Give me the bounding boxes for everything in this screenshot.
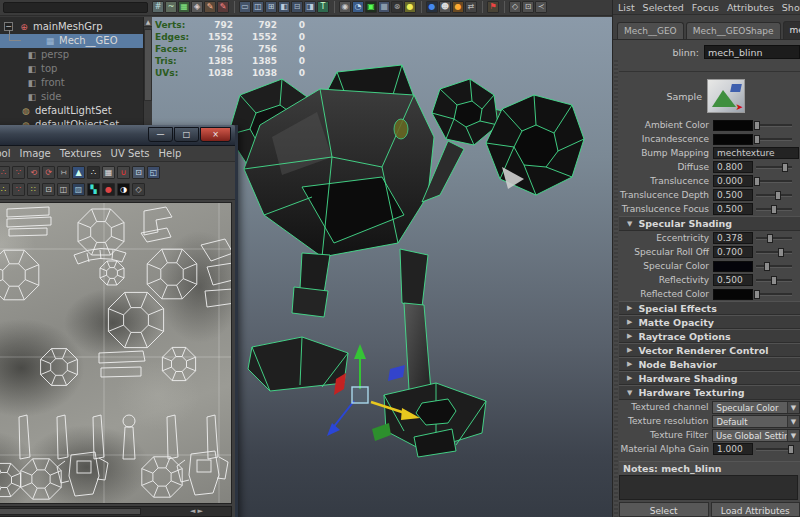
textured-mode-icon[interactable]: ■	[378, 1, 390, 13]
hypershade-icon[interactable]: ▦	[178, 1, 190, 13]
highlight-selection-icon[interactable]: ▣	[365, 1, 377, 13]
collapsed-section-header[interactable]: ▶ Vector Renderer Control	[619, 343, 800, 357]
uv-editor-pane-icon[interactable]: T	[317, 1, 329, 13]
uv-menu-item[interactable]: Textures	[60, 148, 102, 159]
uv-menu-item[interactable]: Image	[19, 148, 50, 159]
outliner-item[interactable]: − ⊕ mainMeshGrp	[0, 20, 152, 34]
collapsed-section-header[interactable]: ▶ Special Effects	[619, 301, 800, 315]
layout-shells-icon[interactable]: ⊡	[132, 166, 145, 179]
outliner-item[interactable]: ◧ top	[0, 62, 152, 76]
hypergraph-icon[interactable]: ◉	[339, 1, 351, 13]
value-field[interactable]: 0.500	[713, 189, 753, 201]
outliner-item[interactable]: ◧ front	[0, 76, 152, 90]
alpha-display-icon[interactable]: ◑	[117, 183, 130, 196]
section-specular-shading[interactable]: ▼ Specular Shading	[619, 216, 800, 231]
four-pane-layout-icon[interactable]: ⊞	[265, 1, 277, 13]
stack-shells-icon[interactable]: ∷	[27, 183, 40, 196]
collapsed-section-header[interactable]: ▶ Hardware Shading	[619, 371, 800, 385]
snap-uv-icon[interactable]: ∺	[57, 166, 70, 179]
dropdown[interactable]: Default ▼	[712, 415, 800, 428]
value-field[interactable]: 1.000	[713, 443, 753, 455]
value-field[interactable]: 0.700	[713, 246, 753, 258]
character-set-icon[interactable]: ☻	[439, 1, 451, 13]
color-swatch[interactable]	[713, 261, 753, 272]
scrollbar-up-arrow-icon[interactable]: ▲	[144, 17, 152, 27]
outliner-item[interactable]: ◧ side	[0, 90, 152, 104]
attribute-slider[interactable]	[756, 161, 792, 173]
value-field[interactable]: 0.378	[713, 232, 753, 244]
two-pane-layout-icon[interactable]: ◫	[252, 1, 264, 13]
menu-item[interactable]: Selected	[643, 2, 684, 13]
uv-menu-item[interactable]: Tool	[0, 148, 10, 159]
shell-border-icon[interactable]: ◇	[132, 183, 145, 196]
color-swatch[interactable]	[713, 120, 753, 131]
action-button[interactable]: Select	[619, 502, 709, 517]
duplicate-icon[interactable]: ⊡	[522, 1, 534, 13]
close-button[interactable]: ×	[200, 127, 231, 142]
material-sample-swatch[interactable]: ➤	[707, 79, 745, 113]
single-pane-layout-icon[interactable]: ▭	[239, 1, 251, 13]
color-swatch[interactable]	[713, 289, 753, 300]
action-button[interactable]: Load Attributes	[711, 502, 800, 517]
value-field[interactable]: 0.500	[713, 203, 753, 215]
snap-curve-icon[interactable]: ~	[165, 1, 177, 13]
menu-item[interactable]: List	[618, 2, 635, 13]
dropdown[interactable]: Specular Color ▼	[712, 401, 800, 414]
value-field[interactable]: 0.000	[713, 175, 753, 187]
dim-image-icon[interactable]: ∴	[87, 166, 100, 179]
attribute-slider[interactable]	[756, 443, 792, 455]
wireframe-on-shaded-icon[interactable]: ⊗	[391, 1, 403, 13]
attribute-slider[interactable]	[756, 119, 792, 131]
color-swatch[interactable]	[713, 134, 753, 145]
snap-grid-icon[interactable]: #	[152, 1, 164, 13]
section-hardware-texturing[interactable]: ▼ Hardware Texturing	[619, 385, 800, 400]
align-u-icon[interactable]: ∴	[0, 183, 10, 196]
uv-menu-item[interactable]: UV Sets	[111, 148, 150, 159]
rgb-display-icon[interactable]: ●	[102, 183, 115, 196]
checker-map-icon[interactable]: ▚	[87, 183, 100, 196]
attribute-slider[interactable]	[756, 246, 792, 258]
attribute-slider[interactable]	[756, 203, 792, 215]
playback-range-icon[interactable]: ⇄	[465, 1, 477, 13]
texture-name-field[interactable]: mechtexture	[713, 147, 799, 159]
minimize-button[interactable]: —	[148, 127, 173, 142]
default-light-icon[interactable]: ●	[404, 1, 416, 13]
share-node-icon[interactable]: ≺	[535, 1, 547, 13]
menu-item[interactable]: Show	[782, 2, 800, 13]
attribute-slider[interactable]	[756, 232, 792, 244]
split-pane-icon[interactable]: ⊟	[291, 1, 303, 13]
scrollbar-thumb[interactable]	[144, 29, 152, 101]
scrollbar-arrows-icon[interactable]: ◄ ►	[190, 507, 203, 516]
uv-window-titlebar[interactable]: — □ ×	[0, 125, 235, 146]
notes-area[interactable]	[619, 475, 798, 500]
collapsed-section-header[interactable]: ▶ Node Behavior	[619, 357, 800, 371]
attribute-slider[interactable]	[756, 175, 792, 187]
outliner-item[interactable]: ◧ persp	[0, 48, 152, 62]
key-ball-icon[interactable]: ●	[452, 1, 464, 13]
node-name-field[interactable]	[704, 45, 800, 59]
soft-mod-icon[interactable]: ◇	[509, 1, 521, 13]
make-live-icon[interactable]: ◈	[191, 1, 203, 13]
attribute-slider[interactable]	[756, 133, 792, 145]
uv-menu-item[interactable]: Help	[159, 148, 182, 159]
paste-uv-icon[interactable]: ◫	[57, 183, 70, 196]
outliner-pane-icon[interactable]: ◧	[278, 1, 290, 13]
node-tab[interactable]: Mech__GEO	[617, 22, 684, 39]
attribute-slider[interactable]	[756, 189, 792, 201]
shader-magnet-icon[interactable]: ∪	[117, 166, 130, 179]
attribute-slider[interactable]	[756, 288, 792, 300]
menu-item[interactable]: Focus	[692, 2, 719, 13]
attribute-slider[interactable]	[756, 274, 792, 286]
menu-item[interactable]: Attributes	[727, 2, 774, 13]
maximize-button[interactable]: □	[174, 127, 199, 142]
value-field[interactable]: 0.500	[713, 274, 753, 286]
flip-v-icon[interactable]: ∵	[12, 166, 25, 179]
hypershade-pane-icon[interactable]: ◨	[304, 1, 316, 13]
rotate-uv-cw-icon[interactable]: ⟳	[42, 166, 55, 179]
all-lights-icon[interactable]: ●	[426, 1, 438, 13]
copy-uv-icon[interactable]: ⊡	[42, 183, 55, 196]
dim-image-2-icon[interactable]: ▨	[72, 183, 85, 196]
display-grid-icon[interactable]: ▦	[102, 166, 115, 179]
uv-canvas[interactable]	[0, 202, 232, 504]
brush-tool-icon[interactable]: ✎	[217, 1, 229, 13]
